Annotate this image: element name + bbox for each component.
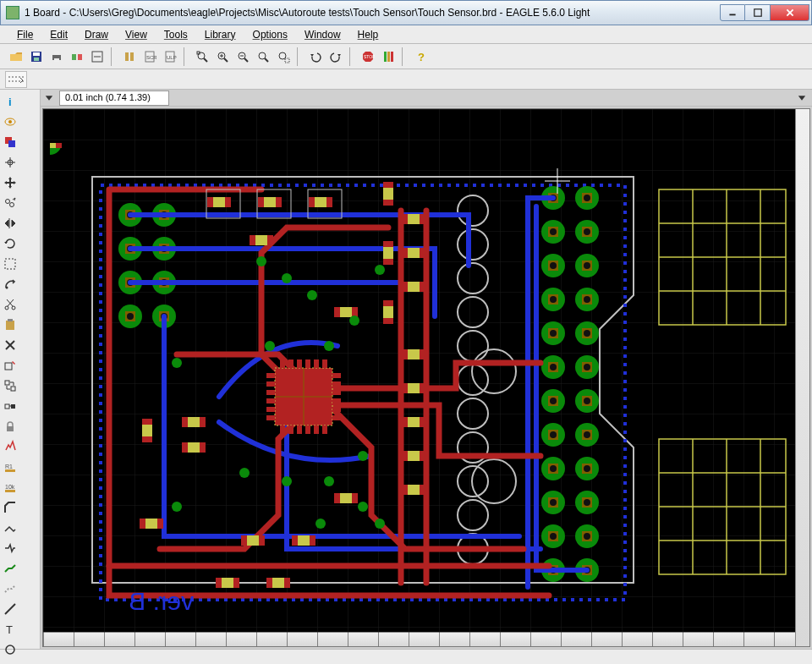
svg-rect-236 <box>332 407 341 412</box>
menu-options[interactable]: Options <box>246 27 294 42</box>
svg-rect-1 <box>754 9 760 16</box>
svg-text:i: i <box>8 96 12 108</box>
ripup-tool[interactable] <box>1 579 19 598</box>
menu-window[interactable]: Window <box>298 27 348 42</box>
svg-point-265 <box>358 451 368 461</box>
zoom-fit-button[interactable] <box>193 47 211 66</box>
circle-tool[interactable] <box>1 640 19 659</box>
board-canvas[interactable]: ver. B <box>42 108 810 647</box>
menu-view[interactable]: View <box>118 27 154 42</box>
menu-tools[interactable]: Tools <box>157 27 195 42</box>
window-titlebar: 1 Board - C:\Users\Greg\Documents\eagle\… <box>0 0 812 25</box>
menu-edit[interactable]: Edit <box>43 27 74 42</box>
svg-point-54 <box>5 306 8 310</box>
pinswap-tool[interactable] <box>1 376 19 395</box>
svg-rect-59 <box>8 319 13 321</box>
silk-version-text: ver. B <box>129 587 194 615</box>
canvas-dropdown-button[interactable] <box>795 91 809 105</box>
arc-tool[interactable] <box>1 661 19 664</box>
svg-point-50 <box>6 200 10 204</box>
menu-file[interactable]: File <box>10 27 40 42</box>
close-button[interactable] <box>771 4 809 21</box>
svg-rect-11 <box>78 54 82 60</box>
stop-button[interactable]: STOP <box>359 47 377 66</box>
paste-tool[interactable] <box>1 316 19 334</box>
mark-tool[interactable] <box>1 153 19 172</box>
switch-schematic-button[interactable] <box>88 47 107 66</box>
svg-rect-238 <box>280 359 285 368</box>
svg-rect-243 <box>322 359 327 368</box>
grid-style-button[interactable] <box>5 71 27 88</box>
svg-rect-252 <box>50 143 56 148</box>
replace-tool[interactable] <box>1 397 19 415</box>
change-tool[interactable] <box>1 275 19 294</box>
svg-rect-33 <box>285 58 289 63</box>
svg-point-163 <box>584 330 590 337</box>
smash-tool[interactable] <box>1 437 19 456</box>
svg-point-261 <box>349 316 359 326</box>
svg-text:10k: 10k <box>5 484 15 490</box>
maximize-button[interactable] <box>745 4 771 21</box>
svg-rect-242 <box>314 359 319 368</box>
open-button[interactable] <box>7 47 25 66</box>
optimize-tool[interactable] <box>1 539 19 557</box>
svg-point-212 <box>458 229 488 260</box>
minimize-button[interactable] <box>720 4 745 21</box>
svg-rect-69 <box>5 469 15 472</box>
svg-line-57 <box>7 299 13 306</box>
svg-rect-58 <box>6 321 14 330</box>
zoom-out-button[interactable] <box>233 47 252 66</box>
svg-rect-10 <box>72 54 76 60</box>
use-library-button[interactable] <box>120 47 139 66</box>
svg-rect-235 <box>332 398 341 403</box>
status-bar <box>0 649 812 664</box>
redo-button[interactable] <box>326 47 345 66</box>
show-tool[interactable] <box>1 112 19 131</box>
app-icon <box>6 6 19 19</box>
rotate-tool[interactable] <box>1 234 19 253</box>
svg-point-51 <box>10 203 14 207</box>
zoom-select-button[interactable] <box>274 47 293 66</box>
print-button[interactable] <box>47 47 66 66</box>
route-tool[interactable] <box>1 559 19 578</box>
go-button[interactable] <box>379 47 398 66</box>
name-tool[interactable]: R1 <box>1 458 19 476</box>
group-tool[interactable] <box>1 255 19 273</box>
value-tool[interactable]: 10k <box>1 478 19 497</box>
move-tool[interactable] <box>1 173 19 192</box>
save-button[interactable] <box>27 47 46 66</box>
svg-rect-237 <box>332 415 341 420</box>
info-tool[interactable]: i <box>1 92 19 111</box>
script-button[interactable]: SCR <box>140 47 159 66</box>
help-button[interactable]: ? <box>411 47 430 66</box>
zoom-in-button[interactable] <box>213 47 232 66</box>
delete-tool[interactable] <box>1 336 19 354</box>
wire-tool[interactable] <box>1 600 19 618</box>
lock-tool[interactable] <box>1 417 19 436</box>
display-layers-tool[interactable] <box>1 133 19 151</box>
svg-point-172 <box>584 431 590 438</box>
add-tool[interactable] <box>1 356 19 375</box>
menubar: File Edit Draw View Tools Library Option… <box>0 25 812 44</box>
svg-point-196 <box>127 313 134 320</box>
mirror-tool[interactable] <box>1 214 19 233</box>
cam-button[interactable] <box>68 47 86 66</box>
svg-point-217 <box>458 398 488 429</box>
copy-tool[interactable] <box>1 194 19 212</box>
ulp-button[interactable]: ULP <box>161 47 179 66</box>
menu-draw[interactable]: Draw <box>78 27 115 42</box>
zoom-redraw-button[interactable] <box>254 47 272 66</box>
cut-tool[interactable] <box>1 295 19 314</box>
text-tool[interactable]: T <box>1 620 19 639</box>
svg-rect-14 <box>125 52 129 61</box>
svg-rect-15 <box>130 52 134 61</box>
menu-library[interactable]: Library <box>198 27 243 42</box>
miter-tool[interactable] <box>1 498 19 517</box>
svg-rect-240 <box>297 359 302 368</box>
pcb-artwork: ver. B <box>50 143 794 617</box>
coord-dropdown-button[interactable] <box>42 91 56 105</box>
split-tool[interactable] <box>1 519 19 537</box>
undo-button[interactable] <box>306 47 325 66</box>
svg-line-29 <box>244 58 248 62</box>
menu-help[interactable]: Help <box>351 27 386 42</box>
